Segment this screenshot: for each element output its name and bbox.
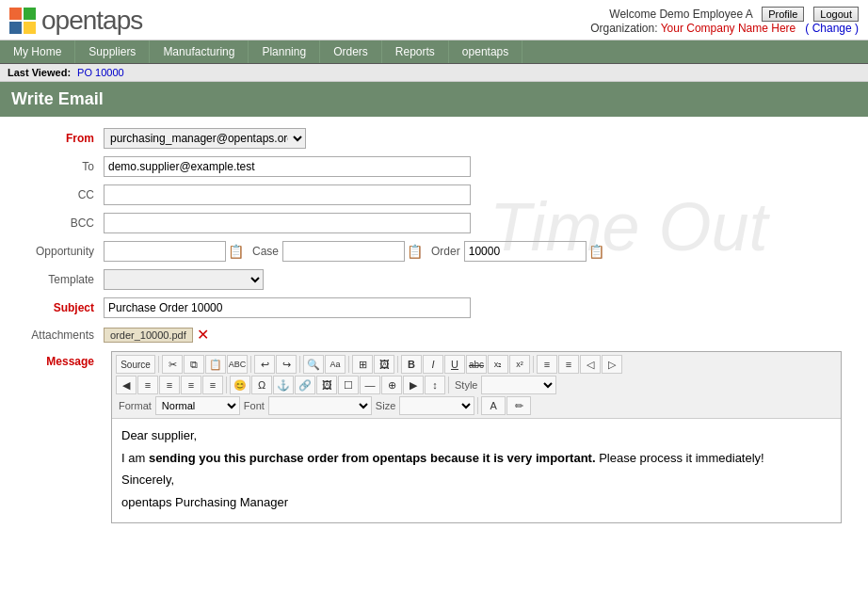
toolbar-row-1: Source ✂ ⧉ 📋 ABC ↩ ↪ 🔍 Aa: [114, 354, 839, 375]
undo-button[interactable]: ↩: [254, 355, 275, 374]
outdent-button[interactable]: ◁: [580, 355, 601, 374]
toolbar-sep-9: [477, 397, 478, 414]
ol-button[interactable]: ≡: [537, 355, 557, 374]
source-button[interactable]: Source: [116, 355, 155, 374]
superscript-button[interactable]: x²: [509, 355, 530, 374]
editor-line-1: Dear supplier,: [121, 426, 831, 445]
copy-button[interactable]: ⧉: [184, 355, 204, 374]
from-label: From: [19, 132, 104, 145]
welcome-text: Welcome Demo Employee A: [609, 8, 752, 21]
cc-label: CC: [19, 188, 104, 201]
font-label: Font: [244, 400, 265, 411]
image-button[interactable]: 🖼: [374, 355, 394, 374]
message-row: Message Source ✂ ⧉ 📋 ABC ↩: [19, 351, 849, 523]
nav-orders[interactable]: Orders: [320, 40, 382, 63]
bcc-label: BCC: [19, 216, 104, 230]
to-input[interactable]: [104, 156, 471, 177]
flash-button[interactable]: ⊕: [381, 376, 402, 394]
opportunity-input[interactable]: [104, 241, 226, 262]
case-input[interactable]: [282, 241, 405, 262]
editor-toolbar: Source ✂ ⧉ 📋 ABC ↩ ↪ 🔍 Aa: [112, 352, 841, 419]
find-button[interactable]: 🔍: [303, 355, 324, 374]
italic-button[interactable]: I: [423, 355, 443, 374]
page-title: Write Email: [0, 82, 868, 117]
bgcolor-button[interactable]: ✏: [506, 396, 531, 415]
toolbar-row-2: ◀ ≡ ≡ ≡ ≡ 😊 Ω ⚓ 🔗 🖼 ☐ —: [114, 375, 839, 395]
order-label: Order: [431, 245, 460, 258]
align-right-button[interactable]: ≡: [159, 376, 180, 394]
cut-button[interactable]: ✂: [162, 355, 183, 374]
nav-manufacturing[interactable]: Manufacturing: [150, 40, 249, 63]
link-button[interactable]: 🔗: [295, 376, 315, 394]
change-link[interactable]: ( Change ): [805, 22, 859, 35]
video-button[interactable]: ▶: [403, 376, 424, 394]
toolbar-sep-4: [348, 356, 349, 373]
toolbar-sep-3: [299, 356, 300, 373]
table-button[interactable]: ⊞: [352, 355, 373, 374]
indent-button[interactable]: ▷: [602, 355, 622, 374]
bcc-input[interactable]: [104, 213, 471, 233]
template-select[interactable]: [104, 269, 264, 290]
color-button[interactable]: A: [481, 396, 506, 415]
align-extra-button[interactable]: ≡: [202, 376, 223, 394]
subject-label: Subject: [19, 301, 104, 314]
to-label: To: [19, 160, 104, 173]
rule-button[interactable]: —: [360, 376, 380, 394]
anchor-button[interactable]: ⚓: [273, 376, 294, 394]
style-select[interactable]: [481, 376, 556, 394]
align-center-button[interactable]: ≡: [137, 376, 158, 394]
opportunity-row: Opportunity 📋 Case 📋 Order 📋: [19, 241, 849, 262]
nav-my-home[interactable]: My Home: [0, 40, 75, 63]
org-name: Your Company Name Here: [661, 22, 796, 35]
attachment-file: order_10000.pdf: [104, 328, 193, 343]
last-viewed-item[interactable]: PO 10000: [77, 67, 124, 78]
font-select[interactable]: [268, 396, 372, 415]
redo-button[interactable]: ↪: [276, 355, 297, 374]
cc-input[interactable]: [104, 184, 471, 205]
bold-button[interactable]: B: [401, 355, 422, 374]
nav-planning[interactable]: Planning: [249, 40, 320, 63]
smiley-button[interactable]: 😊: [230, 376, 250, 394]
spellcheck-button[interactable]: ABC: [227, 355, 248, 374]
strike-button[interactable]: abc: [466, 355, 487, 374]
nav-reports[interactable]: Reports: [382, 40, 449, 63]
nav-suppliers[interactable]: Suppliers: [75, 40, 150, 63]
img-button[interactable]: 🖼: [316, 376, 337, 394]
editor-content[interactable]: Dear supplier, I am sending you this pur…: [112, 419, 841, 522]
toolbar-sep-6: [533, 356, 534, 373]
ul-button[interactable]: ≡: [558, 355, 579, 374]
format-label: Format: [119, 400, 152, 411]
to-row: To: [19, 156, 849, 177]
from-select[interactable]: purchasing_manager@opentaps.org: [104, 128, 306, 149]
cc-row: CC: [19, 184, 849, 205]
pagebreak-button[interactable]: ↕: [425, 376, 445, 394]
replace-button[interactable]: Aa: [325, 355, 346, 374]
order-input[interactable]: [464, 241, 587, 262]
subscript-button[interactable]: x₂: [488, 355, 508, 374]
size-select[interactable]: [399, 396, 474, 415]
nav-opentaps[interactable]: opentaps: [449, 40, 522, 63]
editor-container: Source ✂ ⧉ 📋 ABC ↩ ↪ 🔍 Aa: [104, 351, 849, 523]
align-left-button[interactable]: ◀: [116, 376, 137, 394]
editor-line-2-bold: sending you this purchase order from ope…: [149, 451, 596, 465]
svg-rect-2: [9, 22, 22, 34]
underline-button[interactable]: U: [444, 355, 465, 374]
subject-input[interactable]: [104, 297, 471, 318]
special-char-button[interactable]: Ω: [251, 376, 272, 394]
bcc-row: BCC: [19, 213, 849, 233]
format-select[interactable]: Normal: [155, 396, 240, 415]
template-row: Template: [19, 269, 849, 290]
org-line: Organization: Your Company Name Here ( C…: [590, 22, 859, 35]
logout-button[interactable]: Logout: [813, 7, 859, 22]
profile-button[interactable]: Profile: [762, 7, 804, 22]
nav-bar: My Home Suppliers Manufacturing Planning…: [0, 40, 868, 64]
editor-wrapper: Source ✂ ⧉ 📋 ABC ↩ ↪ 🔍 Aa: [111, 351, 842, 523]
attachments-label: Attachments: [19, 329, 104, 342]
last-viewed-bar: Last Viewed: PO 10000: [0, 64, 868, 82]
frame-button[interactable]: ☐: [338, 376, 359, 394]
align-justify-button[interactable]: ≡: [181, 376, 201, 394]
case-label: Case: [252, 245, 279, 258]
paste-button[interactable]: 📋: [205, 355, 226, 374]
delete-attachment-button[interactable]: ✕: [197, 326, 209, 344]
form-area: From purchasing_manager@opentaps.org To …: [0, 117, 868, 542]
